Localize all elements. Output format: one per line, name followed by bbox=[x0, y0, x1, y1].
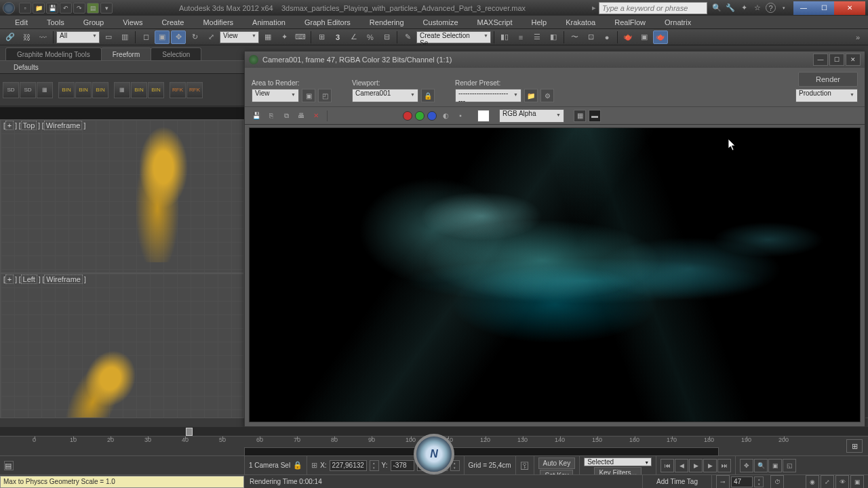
ribbon-btn-9[interactable]: BIN bbox=[148, 82, 164, 98]
nav-dolly-icon[interactable]: ⤢ bbox=[821, 475, 834, 489]
app-icon[interactable] bbox=[3, 2, 15, 14]
render-titlebar[interactable]: Camera001, frame 47, RGBA Color 32 Bits/… bbox=[245, 52, 865, 68]
percent-snap-icon[interactable]: % bbox=[363, 30, 378, 44]
key-mode-combo[interactable]: Selected bbox=[584, 458, 652, 466]
qat-project[interactable]: ▤ bbox=[87, 3, 99, 14]
channel-red[interactable] bbox=[403, 111, 412, 121]
help-search-input[interactable] bbox=[599, 2, 707, 14]
viewport-top-label[interactable]: [+] [Top] [Wireframe] bbox=[3, 121, 85, 129]
curve-editor-icon[interactable]: 〜 bbox=[567, 30, 582, 44]
script-toggle-icon[interactable]: ▤ bbox=[4, 461, 14, 470]
track-config-icon[interactable]: ⊞ bbox=[846, 439, 863, 453]
nav-maxtoggle-icon[interactable]: ▣ bbox=[850, 475, 864, 489]
nav-zoom-icon[interactable]: 🔍 bbox=[754, 459, 768, 472]
channel-blue[interactable] bbox=[427, 111, 437, 121]
nav-fov-icon[interactable]: ▣ bbox=[768, 459, 782, 472]
preset-load-icon[interactable]: 📁 bbox=[524, 89, 538, 102]
render-setup-icon[interactable]: 🫖 bbox=[620, 30, 635, 44]
qat-more[interactable]: ▾ bbox=[100, 3, 113, 14]
star-icon[interactable]: ☆ bbox=[752, 3, 763, 14]
key-mode-icon[interactable]: ⊸ bbox=[716, 475, 730, 489]
maxscript-output[interactable]: Max to Physcs Geometry Scale = 1.0 bbox=[0, 476, 244, 488]
render-close[interactable]: ✕ bbox=[846, 54, 861, 66]
ref-coord-combo[interactable]: View bbox=[220, 31, 259, 43]
overlay-icon[interactable]: ▦ bbox=[574, 110, 586, 122]
viewport-top[interactable]: [+] [Top] [Wireframe] bbox=[0, 119, 244, 273]
next-frame-icon[interactable]: ▶ bbox=[703, 459, 717, 472]
scale-icon[interactable]: ⤢ bbox=[203, 30, 218, 44]
menu-ornatrix[interactable]: Ornatrix bbox=[655, 17, 701, 28]
rotate-icon[interactable]: ↻ bbox=[187, 30, 202, 44]
swatch-white[interactable] bbox=[477, 110, 490, 122]
material-icon[interactable]: ● bbox=[599, 30, 614, 44]
bind-icon[interactable]: 〰 bbox=[35, 30, 50, 44]
render-icon[interactable]: 🫖 bbox=[653, 30, 668, 44]
keyboard-icon[interactable]: ⌨ bbox=[293, 30, 308, 44]
clone-icon[interactable]: ⧉ bbox=[280, 110, 292, 122]
area-combo[interactable]: View bbox=[252, 89, 299, 102]
named-selection-combo[interactable]: Create Selection Se bbox=[416, 31, 491, 43]
y-coord-input[interactable] bbox=[391, 460, 414, 471]
window-close[interactable]: ✕ bbox=[834, 1, 865, 15]
menu-create[interactable]: Create bbox=[152, 17, 193, 28]
viewport-left-label[interactable]: [+] [Left] [Wireframe] bbox=[3, 275, 86, 283]
goto-start-icon[interactable]: ⏮ bbox=[660, 459, 674, 472]
alpha-icon[interactable]: ◐ bbox=[439, 110, 452, 122]
x-coord-input[interactable] bbox=[330, 460, 367, 471]
mono-icon[interactable]: ▪ bbox=[454, 110, 467, 122]
ribbon-btn-11[interactable]: RFK bbox=[186, 82, 203, 98]
menu-modifiers[interactable]: Modifiers bbox=[193, 17, 243, 28]
tab-selection[interactable]: Selection bbox=[151, 47, 201, 60]
binoculars-icon[interactable]: 🔍 bbox=[711, 3, 722, 14]
menu-maxscript[interactable]: MAXScript bbox=[468, 17, 522, 28]
menu-customize[interactable]: Customize bbox=[414, 17, 468, 28]
key-icon[interactable]: ⚿ bbox=[520, 460, 530, 471]
edit-selection-icon[interactable]: ✎ bbox=[400, 30, 415, 44]
add-time-tag[interactable]: Add Time Tag bbox=[642, 475, 712, 488]
tab-graphite[interactable]: Graphite Modeling Tools bbox=[5, 47, 102, 60]
defaults-label[interactable]: Defaults bbox=[5, 62, 47, 73]
nav-pan-icon[interactable]: ✥ bbox=[740, 459, 753, 472]
manip-icon[interactable]: ✦ bbox=[277, 30, 292, 44]
ribbon-btn-3[interactable]: ▦ bbox=[37, 82, 53, 98]
menu-krakatoa[interactable]: Krakatoa bbox=[556, 17, 605, 28]
viewport-combo[interactable]: Camera001 bbox=[352, 89, 418, 102]
ribbon-btn-2[interactable]: SD bbox=[20, 82, 36, 98]
layer-manager-icon[interactable]: ◧ bbox=[546, 30, 561, 44]
save-image-icon[interactable]: 💾 bbox=[250, 110, 262, 122]
select-region-icon[interactable]: ◻ bbox=[138, 30, 153, 44]
lock-selection-icon[interactable]: 🔒 bbox=[293, 461, 302, 470]
menu-help[interactable]: Help bbox=[522, 17, 557, 28]
ribbon-btn-5[interactable]: BIN bbox=[75, 82, 92, 98]
play-icon[interactable]: ▶ bbox=[689, 459, 703, 472]
render-minimize[interactable]: — bbox=[813, 54, 828, 66]
schematic-icon[interactable]: ⊡ bbox=[583, 30, 598, 44]
ribbon-btn-10[interactable]: RFK bbox=[170, 82, 186, 98]
menu-edit[interactable]: Edit bbox=[5, 17, 37, 28]
help-icon[interactable]: ? bbox=[766, 3, 776, 13]
render-setup-icon[interactable]: ⚙ bbox=[540, 89, 554, 102]
qat-new[interactable]: ▫ bbox=[19, 3, 31, 14]
render-maximize[interactable]: ☐ bbox=[829, 54, 844, 66]
qat-save[interactable]: 💾 bbox=[46, 3, 58, 14]
wrench-icon[interactable]: 🔧 bbox=[725, 3, 736, 14]
channel-green[interactable] bbox=[415, 111, 425, 121]
track-bar[interactable] bbox=[244, 447, 719, 455]
toggle-ui-icon[interactable]: ▬ bbox=[589, 110, 601, 122]
help-dropdown-icon[interactable]: ▾ bbox=[778, 3, 789, 14]
render-frame-icon[interactable]: ▣ bbox=[637, 30, 652, 44]
render-button[interactable]: Render bbox=[798, 72, 858, 87]
unlink-icon[interactable]: ⛓ bbox=[19, 30, 34, 44]
ribbon-btn-8[interactable]: BIN bbox=[131, 82, 147, 98]
menu-animation[interactable]: Animation bbox=[243, 17, 295, 28]
clear-icon[interactable]: ✕ bbox=[310, 110, 322, 122]
snap-2d-icon[interactable]: ⊞ bbox=[314, 30, 329, 44]
production-combo[interactable]: Production bbox=[795, 89, 858, 102]
lock-icon[interactable]: 🔒 bbox=[421, 89, 435, 102]
menu-graph-editors[interactable]: Graph Editors bbox=[295, 17, 360, 28]
nav-max-icon[interactable]: ◱ bbox=[783, 459, 796, 472]
menu-rendering[interactable]: Rendering bbox=[360, 17, 414, 28]
ribbon-btn-7[interactable]: ▦ bbox=[114, 82, 130, 98]
print-icon[interactable]: 🖶 bbox=[295, 110, 307, 122]
center-icon[interactable]: ▦ bbox=[260, 30, 275, 44]
